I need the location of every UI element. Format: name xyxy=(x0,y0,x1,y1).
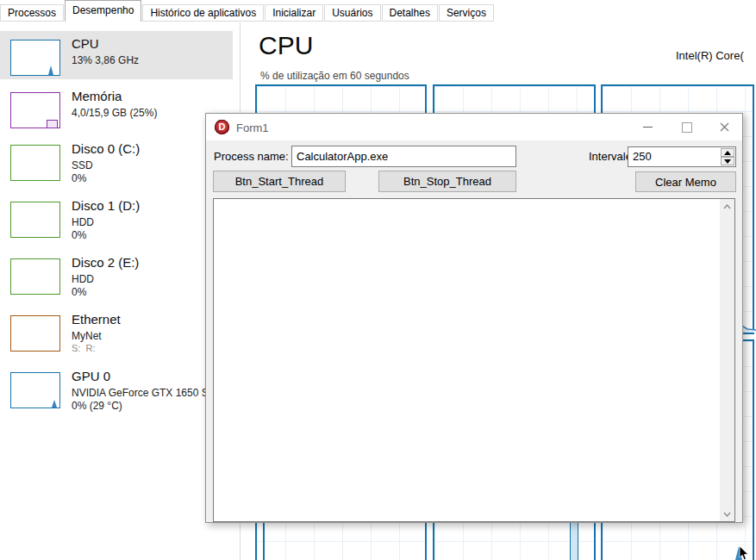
sidebar-item-stats: S: R: xyxy=(72,343,96,353)
spin-up-icon xyxy=(724,151,731,155)
cpu-mini-spike-icon xyxy=(48,65,53,75)
stop-thread-button[interactable]: Btn_Stop_Thread xyxy=(378,171,516,192)
sidebar-item-title: Ethernet xyxy=(72,312,121,327)
sidebar-item-disco-2[interactable]: Disco 2 (E:) HDD 0% xyxy=(0,250,233,307)
interval-label: Intervale xyxy=(589,150,632,163)
sidebar-item-type: HDD xyxy=(72,273,94,285)
sidebar-item-stats: 13% 3,86 GHz xyxy=(72,54,139,66)
performance-sidebar: CPU 13% 3,86 GHz Memória 4,0/15,9 GB (25… xyxy=(0,22,233,560)
sidebar-item-network-name: MyNet xyxy=(72,330,102,342)
sidebar-item-stats: 0% xyxy=(72,229,86,241)
gpu-mini-spike-icon xyxy=(52,400,57,408)
delphi-app-icon: D xyxy=(215,120,229,134)
graph-caption: % de utilização em 60 segundos xyxy=(260,70,409,82)
form1-titlebar[interactable]: D Form1 xyxy=(206,114,742,140)
cpu-graph-spike xyxy=(570,520,578,560)
sidebar-item-disco-1[interactable]: Disco 1 (D:) HDD 0% xyxy=(0,193,233,250)
sidebar-item-disco-0[interactable]: Disco 0 (C:) SSD 0% xyxy=(0,136,233,193)
memory-mini-graph xyxy=(10,92,60,128)
sidebar-item-title: Disco 1 (D:) xyxy=(72,198,140,213)
maximize-icon xyxy=(682,122,692,133)
tab-historico-de-aplicativos[interactable]: Histórico de aplicativos xyxy=(142,4,264,22)
process-name-input[interactable] xyxy=(291,146,516,167)
close-icon xyxy=(720,122,729,132)
scroll-down-button[interactable] xyxy=(720,507,734,521)
spin-up-button[interactable] xyxy=(721,148,734,157)
sidebar-item-type: HDD xyxy=(72,216,94,228)
interval-spinner[interactable]: 250 xyxy=(628,146,736,167)
sidebar-item-title: GPU 0 xyxy=(72,369,110,383)
memo-scrollbar[interactable] xyxy=(720,199,734,521)
sidebar-item-title: Disco 2 (E:) xyxy=(72,255,139,270)
form1-window: D Form1 Process name: Intervale 250 xyxy=(205,113,743,523)
close-button[interactable] xyxy=(704,114,744,140)
sidebar-item-cpu[interactable]: CPU 13% 3,86 GHz xyxy=(0,31,233,79)
tab-usuarios[interactable]: Usuários xyxy=(324,4,380,22)
tab-desempenho[interactable]: Desempenho xyxy=(65,0,141,22)
minimize-icon xyxy=(643,127,653,128)
mouse-cursor xyxy=(739,546,749,560)
cpu-mini-graph xyxy=(10,40,60,76)
start-thread-button[interactable]: Btn_Start_Thread xyxy=(213,171,346,192)
gpu-mini-graph xyxy=(10,372,60,408)
task-manager-window: Processos Desempenho Histórico de aplica… xyxy=(0,0,756,560)
memory-mini-step-icon xyxy=(47,120,58,128)
sidebar-item-stats: 0% xyxy=(72,286,86,298)
sidebar-item-gpu-0[interactable]: GPU 0 NVIDIA GeForce GTX 1650 SUPER 0% (… xyxy=(0,364,233,420)
sidebar-item-type: SSD xyxy=(72,159,93,171)
sidebar-item-stats: 4,0/15,9 GB (25%) xyxy=(72,107,157,119)
maximize-button[interactable] xyxy=(667,114,706,140)
process-name-label: Process name: xyxy=(214,150,289,163)
disk1-mini-graph xyxy=(10,202,60,238)
spin-down-button[interactable] xyxy=(721,157,734,165)
sidebar-item-title: CPU xyxy=(72,36,99,51)
minimize-button[interactable] xyxy=(628,114,667,140)
tab-bar: Processos Desempenho Histórico de aplica… xyxy=(0,0,495,22)
cpu-model-name: Intel(R) Core( xyxy=(676,49,744,62)
sidebar-item-memoria[interactable]: Memória 4,0/15,9 GB (25%) xyxy=(0,84,233,135)
sidebar-item-stats: 0% xyxy=(72,172,86,184)
spin-down-icon xyxy=(724,159,731,164)
sidebar-item-title: Memória xyxy=(72,89,122,103)
tab-detalhes[interactable]: Detalhes xyxy=(382,4,438,22)
tab-inicializar[interactable]: Inicializar xyxy=(265,4,323,22)
scroll-up-button[interactable] xyxy=(720,199,734,214)
clear-memo-button[interactable]: Clear Memo xyxy=(635,171,736,192)
interval-value: 250 xyxy=(633,150,652,163)
chevron-up-icon xyxy=(723,204,731,209)
disk2-mini-graph xyxy=(10,258,60,295)
disk0-mini-graph xyxy=(10,145,60,181)
log-memo-text xyxy=(216,201,717,520)
page-title: CPU xyxy=(259,31,313,60)
cpu-graph-spike xyxy=(263,523,265,560)
sidebar-item-stats: 0% (29 °C) xyxy=(72,400,122,412)
tab-processos[interactable]: Processos xyxy=(0,4,64,22)
sidebar-item-title: Disco 0 (C:) xyxy=(72,141,140,156)
log-memo[interactable] xyxy=(213,198,735,522)
sidebar-item-ethernet[interactable]: Ethernet MyNet S: R: xyxy=(0,307,233,364)
form1-title: Form1 xyxy=(236,121,269,134)
chevron-down-icon xyxy=(723,512,731,517)
ethernet-mini-graph xyxy=(10,315,60,352)
tab-servicos[interactable]: Serviços xyxy=(439,4,494,22)
